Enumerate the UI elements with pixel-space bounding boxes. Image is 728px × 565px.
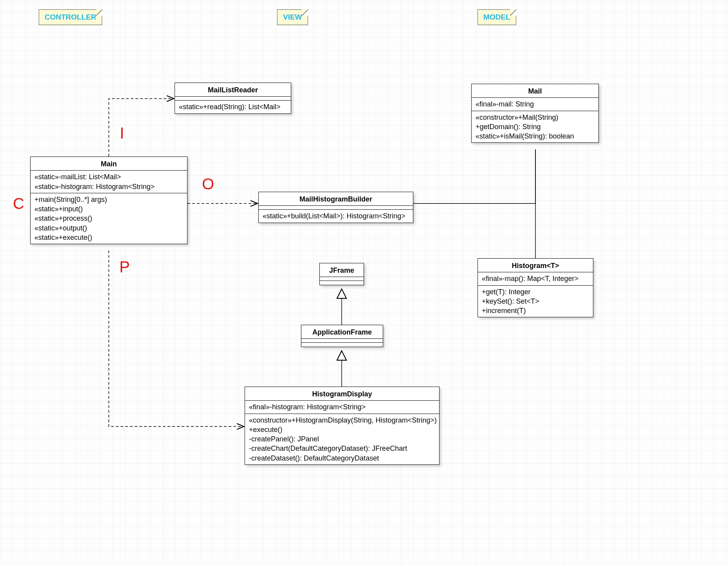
annotation-C: C: [13, 195, 24, 212]
class-attrs: [301, 339, 383, 343]
class-op-row: «constructor»+Mail(String): [476, 113, 595, 122]
class-ops: [301, 343, 383, 347]
class-op-row: +getDomain(): String: [476, 122, 595, 131]
class-attrs: [259, 206, 413, 210]
class-op-row: «constructor»+HistogramDisplay(String, H…: [249, 416, 435, 425]
note-view: VIEW: [277, 9, 308, 25]
class-op-row: «static»+input(): [34, 204, 183, 214]
class-Histogram: Histogram<T> «final»-map(): Map<T, Integ…: [478, 258, 593, 317]
class-title: JFrame: [320, 263, 364, 277]
class-op-row: «static»+execute(): [34, 233, 183, 242]
class-MailListReader: MailListReader «static»+read(String): Li…: [175, 83, 291, 114]
class-op-row: «static»+isMail(String): boolean: [476, 131, 595, 141]
class-attrs: [320, 277, 364, 281]
class-ApplicationFrame: ApplicationFrame: [301, 325, 383, 347]
class-op-row: -createPanel(): JPanel: [249, 434, 435, 444]
class-ops: +get(T): Integer +keySet(): Set<T> +incr…: [478, 286, 593, 317]
class-title: MailHistogramBuilder: [259, 192, 413, 206]
class-ops: «static»+read(String): List<Mail>: [175, 101, 291, 113]
note-label: VIEW: [283, 13, 302, 21]
class-op-row: +execute(): [249, 425, 435, 434]
class-op-row: -createDataset(): DefaultCategoryDataset: [249, 453, 435, 463]
class-ops: «static»+build(List<Mail>): Histogram<St…: [259, 210, 413, 222]
class-op-row: +get(T): Integer: [482, 287, 589, 297]
note-controller: CONTROLLER: [39, 9, 102, 25]
class-op-row: «static»+build(List<Mail>): Histogram<St…: [263, 211, 409, 221]
class-title: Main: [31, 157, 187, 171]
class-op-row: «static»+output(): [34, 223, 183, 233]
class-HistogramDisplay: HistogramDisplay «final»-histogram: Hist…: [245, 387, 440, 465]
class-attr-row: «static»-mailList: List<Mail>: [34, 172, 183, 182]
class-title: MailListReader: [175, 83, 291, 97]
class-Mail: Mail «final»-mail: String «constructor»+…: [471, 84, 599, 143]
annotation-P: P: [119, 258, 130, 276]
class-ops: «constructor»+Mail(String) +getDomain():…: [472, 111, 598, 143]
diagram-canvas: CONTROLLER VIEW MODEL C I O P MailListRe…: [0, 0, 728, 565]
class-MailHistogramBuilder: MailHistogramBuilder «static»+build(List…: [258, 192, 413, 223]
class-Main: Main «static»-mailList: List<Mail> «stat…: [30, 157, 187, 244]
class-attrs: «final»-mail: String: [472, 98, 598, 111]
class-attrs: «final»-map(): Map<T, Integer>: [478, 272, 593, 285]
class-attr-row: «static»-histogram: Histogram<String>: [34, 182, 183, 191]
class-attrs: «final»-histogram: Histogram<String>: [245, 401, 439, 414]
annotation-I: I: [120, 124, 124, 142]
note-label: CONTROLLER: [45, 13, 96, 21]
annotation-O: O: [202, 175, 214, 193]
note-fold-icon: [96, 9, 102, 16]
class-attr-row: «final»-map(): Map<T, Integer>: [482, 274, 589, 283]
class-op-row: +main(String[0..*] args): [34, 195, 183, 204]
class-title: HistogramDisplay: [245, 387, 439, 401]
class-attr-row: «final»-mail: String: [476, 99, 595, 109]
class-op-row: -createChart(DefaultCategoryDataset): JF…: [249, 444, 435, 453]
association-MailHistogramBuilder-Mail: [413, 149, 535, 203]
class-ops: «constructor»+HistogramDisplay(String, H…: [245, 414, 439, 464]
class-attr-row: «final»-histogram: Histogram<String>: [249, 402, 435, 412]
note-fold-icon: [510, 9, 516, 16]
dependency-Main-HistogramDisplay: [109, 250, 244, 426]
class-title: ApplicationFrame: [301, 325, 383, 339]
class-op-row: +keySet(): Set<T>: [482, 297, 589, 306]
class-JFrame: JFrame: [319, 263, 364, 285]
class-title: Mail: [472, 84, 598, 98]
note-fold-icon: [302, 9, 308, 16]
class-ops: +main(String[0..*] args) «static»+input(…: [31, 193, 187, 244]
note-label: MODEL: [483, 13, 510, 21]
class-op-row: +increment(T): [482, 306, 589, 315]
note-model: MODEL: [478, 9, 516, 25]
class-op-row: «static»+read(String): List<Mail>: [179, 102, 287, 112]
class-attrs: [175, 97, 291, 101]
class-op-row: «static»+process(): [34, 214, 183, 223]
class-attrs: «static»-mailList: List<Mail> «static»-h…: [31, 171, 187, 193]
class-title: Histogram<T>: [478, 259, 593, 272]
dependency-Main-MailListReader: [109, 99, 174, 157]
class-ops: [320, 281, 364, 285]
connectors-layer: [0, 0, 728, 565]
